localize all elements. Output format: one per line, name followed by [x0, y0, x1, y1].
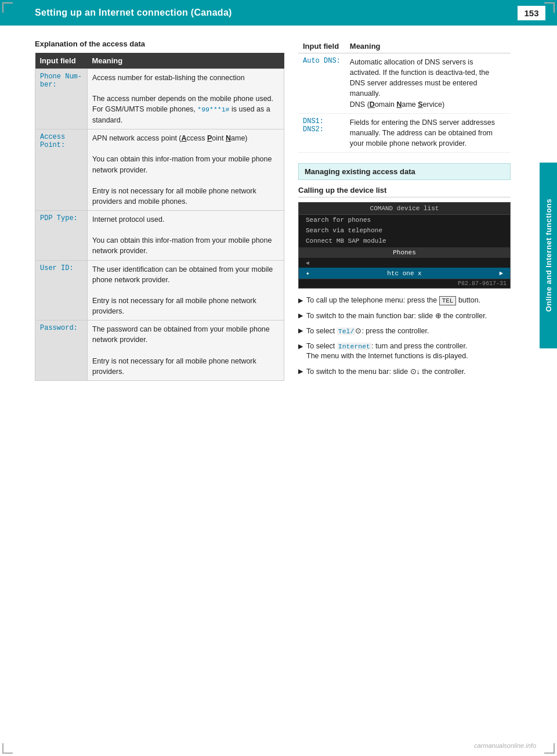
page-number: 153 — [518, 6, 545, 20]
right-table-meaning-cell: Fields for entering the DNS server addre… — [345, 113, 511, 152]
right-col1-header: Input field — [298, 39, 345, 53]
list-item: ▶To call up the telephone menu: press th… — [298, 296, 511, 306]
list-item: ▶To switch to the menu bar: slide ⊙↓ the… — [298, 366, 511, 377]
controller-up-icon: ⊕ — [435, 311, 442, 320]
main-content: Explanation of the access data Input fie… — [0, 26, 540, 404]
phones-label: Phones — [299, 247, 510, 258]
side-tab-label: Online and Internet functions — [544, 199, 553, 312]
right-table-meaning-cell: Automatic allocation of DNS servers is a… — [345, 53, 511, 114]
bullet-arrow-icon: ▶ — [298, 326, 303, 335]
right-col2-header: Meaning — [345, 39, 511, 53]
managing-section-title: Managing existing access data — [305, 167, 415, 176]
table-meaning-cell: The user identification can be obtained … — [88, 260, 284, 321]
table-field-cell: Phone Num- ber: — [35, 69, 88, 129]
access-data-table: Input field Meaning Phone Num- ber:Acces… — [35, 53, 284, 381]
right-table-field-cell: DNS1: DNS2: — [298, 113, 345, 152]
right-table-field-cell: Auto DNS: — [298, 53, 345, 114]
device-list-item: Search for phones — [299, 215, 510, 225]
table-col2-header: Meaning — [88, 53, 284, 69]
bullet-text: To select Internet: turn and press the c… — [306, 341, 511, 362]
side-tab: Online and Internet functions — [540, 163, 557, 348]
controller-down-icon: ⊙↓ — [410, 367, 421, 376]
bullet-text: To select Tel/⊙: press the controller. — [306, 326, 511, 337]
table-meaning-cell: APN network access point (Access Point N… — [88, 129, 284, 211]
device-list-item: Search via telephone — [299, 225, 510, 236]
device-list-selected: ✦ htc one x ► — [299, 268, 510, 279]
corner-mark-tl — [2, 2, 13, 13]
bullet-arrow-icon: ▶ — [298, 367, 303, 376]
right-column: Input field Meaning Auto DNS:Automatic a… — [298, 39, 511, 390]
list-item: ▶To switch to the main function bar: sli… — [298, 311, 511, 322]
instructions-list: ▶To call up the telephone menu: press th… — [298, 296, 511, 377]
bullet-text: To switch to the main function bar: slid… — [306, 311, 511, 322]
tel-key: TEL — [439, 296, 457, 305]
device-list-item: Connect MB SAP module — [299, 236, 510, 246]
table-field-cell: Access Point: — [35, 129, 88, 211]
corner-mark-bl — [2, 743, 13, 754]
tel-internet-code: Tel/ — [337, 327, 356, 335]
internet-code: Internet — [337, 343, 371, 350]
bullet-arrow-icon: ▶ — [298, 296, 303, 305]
corner-mark-br — [544, 743, 555, 754]
list-item: ▶To select Tel/⊙: press the controller. — [298, 326, 511, 337]
calling-heading: Calling up the device list — [298, 186, 511, 197]
corner-mark-tr — [544, 2, 555, 13]
table-meaning-cell: Internet protocol used.You can obtain th… — [88, 211, 284, 261]
page-title: Setting up an Internet connection (Canad… — [35, 8, 232, 18]
bold-a: Access Point Name — [182, 134, 245, 142]
bullet-text: To call up the telephone menu: press the… — [306, 296, 511, 306]
table-meaning-cell: Access number for estab-lishing the conn… — [88, 69, 284, 129]
controller-icon: ⊙ — [355, 326, 361, 335]
left-section-heading: Explanation of the access data — [35, 39, 284, 48]
bullet-text: To switch to the menu bar: slide ⊙↓ the … — [306, 366, 511, 377]
watermark: carmanualsonline.info — [474, 742, 536, 749]
device-list-image: COMAND device list Search for phones Sea… — [298, 202, 511, 289]
left-column: Explanation of the access data Input fie… — [35, 39, 284, 390]
table-meaning-cell: The password can be obtained from your m… — [88, 321, 284, 381]
device-list-footer: P82.87-9617-31 — [299, 279, 510, 288]
right-data-table: Input field Meaning Auto DNS:Automatic a… — [298, 39, 511, 153]
table-field-cell: PDP Type: — [35, 211, 88, 261]
table-col1-header: Input field — [35, 53, 88, 69]
managing-section: Managing existing access data — [298, 163, 511, 180]
bullet-arrow-icon: ▶ — [298, 311, 303, 320]
list-item: ▶To select Internet: turn and press the … — [298, 341, 511, 362]
bullet-arrow-icon: ▶ — [298, 342, 303, 351]
table-field-cell: Password: — [35, 321, 88, 381]
device-list-title: COMAND device list — [299, 203, 510, 215]
table-field-cell: User ID: — [35, 260, 88, 321]
device-list-arrow: ◄ — [299, 259, 510, 268]
header-bar: Setting up an Internet connection (Canad… — [0, 0, 557, 26]
